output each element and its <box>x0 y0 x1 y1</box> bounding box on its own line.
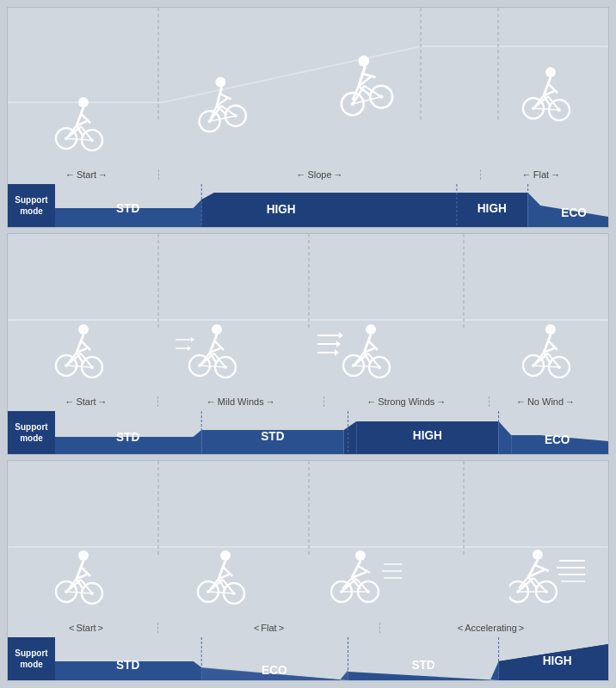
arrow-right-2: → <box>334 169 343 180</box>
arrow-left-3: ← <box>522 169 532 180</box>
svg-text:ECO: ECO <box>545 432 570 445</box>
svg-text:ECO: ECO <box>262 663 287 677</box>
svg-point-6 <box>78 97 89 108</box>
support-bar-3: Support mode <box>8 637 608 680</box>
bike-wind-4 <box>518 322 574 382</box>
svg-point-123 <box>545 324 556 335</box>
svg-text:STD: STD <box>116 658 139 672</box>
support-bar-svg-3: STD ECO STD HIGH <box>55 637 608 680</box>
scenario1-labels: ← Start → ← Slope → ← Flat → <box>8 165 608 184</box>
label-start-3: Start <box>76 623 95 633</box>
arrow-left-2: ← <box>296 169 305 180</box>
label-strong-winds: Strong Winds <box>378 396 434 407</box>
label-start-2: Start <box>76 396 95 407</box>
svg-marker-60 <box>201 193 457 227</box>
svg-marker-107 <box>336 341 341 347</box>
bike-acc-4 <box>509 549 587 608</box>
svg-point-32 <box>357 55 371 69</box>
bike-wind-2 <box>176 322 240 382</box>
scenario-slope: ← Start → ← Slope → ← Flat → Support mod… <box>7 7 609 228</box>
arrow-left-1: ← <box>65 169 75 180</box>
svg-line-122 <box>354 366 379 367</box>
svg-line-18 <box>66 138 92 140</box>
support-label-1: Support mode <box>8 184 55 227</box>
bike-wind-3 <box>317 322 395 382</box>
scenario-accelerating: < Start > < Flat > < Accelerating > Supp… <box>7 460 609 681</box>
svg-line-103 <box>200 366 225 367</box>
bike-acc-1 <box>51 549 107 608</box>
support-label-3: Support mode <box>8 637 55 680</box>
support-bar-svg-1: STD HIGH HIGH ECO <box>55 184 608 227</box>
arrow-right-1: → <box>98 169 108 180</box>
svg-marker-138 <box>344 421 357 454</box>
bike-1 <box>51 95 107 155</box>
bike-acc-3 <box>330 549 403 608</box>
svg-text:STD: STD <box>116 201 139 215</box>
svg-line-135 <box>533 366 559 367</box>
bike-wind-1 <box>51 322 107 382</box>
svg-point-110 <box>366 324 376 335</box>
svg-text:ECO: ECO <box>561 206 587 219</box>
label-no-wind: No Wind <box>527 396 564 407</box>
svg-marker-90 <box>188 346 191 351</box>
svg-text:HIGH: HIGH <box>477 201 507 215</box>
svg-line-165 <box>66 592 92 593</box>
bike-acc-2 <box>193 549 249 608</box>
label-mild-winds: Mild Winds <box>218 396 264 407</box>
svg-marker-105 <box>339 332 343 339</box>
scenario2-labels: ← Start → ← Mild Winds → ← Strong Winds … <box>8 392 608 411</box>
bike-2 <box>188 71 255 140</box>
label-start-1: Start <box>77 169 96 180</box>
label-flat-3: Flat <box>261 623 276 633</box>
svg-marker-109 <box>335 349 339 356</box>
svg-text:HIGH: HIGH <box>543 654 572 667</box>
svg-point-19 <box>214 77 226 89</box>
svg-marker-140 <box>499 421 512 454</box>
svg-marker-88 <box>191 337 194 342</box>
svg-point-45 <box>545 67 556 77</box>
svg-line-185 <box>358 566 370 573</box>
svg-line-178 <box>208 592 234 593</box>
scenario3-labels: < Start > < Flat > < Accelerating > <box>8 618 608 637</box>
label-slope: Slope <box>307 169 331 180</box>
support-bar-2: Support mode STD <box>8 411 608 454</box>
support-bar-svg-2: STD STD HIGH ECO <box>55 411 608 454</box>
svg-text:STD: STD <box>261 428 284 442</box>
support-label-2: Support mode <box>8 411 55 454</box>
svg-point-182 <box>355 550 366 561</box>
arrow-right-3: → <box>551 169 560 180</box>
bike-3 <box>328 48 402 125</box>
svg-point-153 <box>78 550 89 561</box>
main-container: ← Start → ← Slope → ← Flat → Support mod… <box>0 0 616 688</box>
svg-point-91 <box>212 324 222 335</box>
svg-point-74 <box>78 324 89 335</box>
label-flat-1: Flat <box>533 169 549 180</box>
svg-line-86 <box>66 366 92 367</box>
svg-text:STD: STD <box>116 429 139 443</box>
support-bar-1: Support mode STD HIGH <box>8 184 608 227</box>
scenario-wind: ← Start → ← Mild Winds → ← Strong Winds … <box>7 233 609 454</box>
svg-point-199 <box>533 550 543 560</box>
bike-4 <box>518 65 574 125</box>
svg-point-166 <box>220 550 231 561</box>
svg-line-57 <box>533 108 559 110</box>
svg-text:STD: STD <box>411 658 434 672</box>
label-accelerating: Accelerating <box>465 623 517 633</box>
svg-text:HIGH: HIGH <box>413 427 442 441</box>
svg-text:HIGH: HIGH <box>267 202 296 216</box>
